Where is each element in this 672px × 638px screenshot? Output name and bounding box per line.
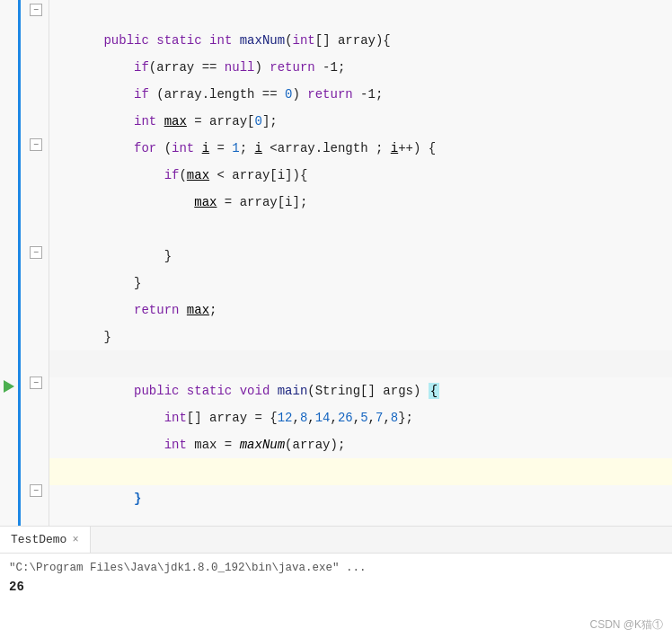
code-line-14: public static void main(String[] args) { <box>49 350 672 377</box>
fold-icon-1[interactable]: − <box>30 4 42 16</box>
watermark: CSDN @K猫① <box>589 617 663 633</box>
code-line-5: for (int i = 1; i <array.length ; i++) { <box>49 108 672 135</box>
console-output-area: "C:\Program Files\Java\jdk1.8.0_192\bin\… <box>0 554 672 602</box>
run-arrow-icon <box>4 380 14 393</box>
code-line-2: if(array == null) return -1; <box>49 27 672 54</box>
console-panel: TestDemo × "C:\Program Files\Java\jdk1.8… <box>0 526 672 638</box>
console-tab[interactable]: TestDemo × <box>0 527 91 553</box>
fold-icon-2[interactable]: − <box>30 138 42 151</box>
console-path-line: "C:\Program Files\Java\jdk1.8.0_192\bin\… <box>9 559 663 577</box>
console-tab-label: TestDemo <box>11 533 66 546</box>
code-line-8 <box>49 189 672 216</box>
fold-icon-5[interactable]: − <box>30 484 42 497</box>
editor-gutter: − − − − − <box>0 0 49 526</box>
code-line-17: System.out.println(max); <box>49 431 672 458</box>
console-tab-bar: TestDemo × <box>0 527 672 554</box>
code-line-12: } <box>49 297 672 323</box>
fold-icon-3[interactable]: − <box>30 246 42 259</box>
run-indicator[interactable] <box>0 373 18 400</box>
code-editor: − − − − − public static int maxNum(int[]… <box>0 0 672 526</box>
code-line-13 <box>49 323 672 350</box>
console-tab-close[interactable]: × <box>72 534 78 546</box>
fold-icon-4[interactable]: − <box>30 377 42 389</box>
code-line-3: if (array.length == 0) return -1; <box>49 54 672 81</box>
console-result: 26 <box>9 577 663 597</box>
execution-line <box>18 0 21 526</box>
code-line-6: if(max < array[i]){ <box>49 135 672 162</box>
code-line-7: max = array[i]; <box>49 162 672 189</box>
code-line-10: } <box>49 243 672 270</box>
code-line-1: public static int maxNum(int[] array){ <box>49 0 672 27</box>
code-line-15: int[] array = {12,8,14,26,5,7,8}; <box>49 377 672 404</box>
code-line-9: } <box>49 216 672 243</box>
code-line-18: } <box>49 458 672 485</box>
code-line-16: int max = maxNum(array); <box>49 404 672 431</box>
code-lines: public static int maxNum(int[] array){ i… <box>49 0 672 526</box>
code-line-4: int max = array[0]; <box>49 81 672 108</box>
code-line-11: return max; <box>49 270 672 297</box>
